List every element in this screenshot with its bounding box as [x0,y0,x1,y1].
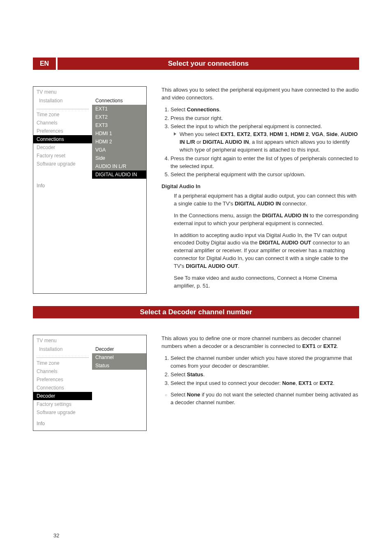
menu-left-item: Factory settings [33,400,92,408]
menu-left-item: Decoder [33,143,92,152]
menu-right-item [92,392,146,399]
menu-right-item: EXT3 [92,121,146,129]
step-3: Select the input to which the peripheral… [171,123,359,154]
intro-text: This allows you to select the peripheral… [161,86,359,102]
menu-left-header: Installation [33,345,92,353]
divider [37,105,89,109]
steps-list: Select the channel number under which yo… [161,355,359,387]
menu-right-item: HDMI 1 [92,129,146,138]
menu-right-item: Status [92,362,146,370]
menu-right-item: AUDIO IN L/R [92,162,146,170]
divider [37,353,89,358]
tv-menu-connections: TV menu Installation Time zoneChannelsPr… [33,86,147,294]
content-row-decoder: TV menu Installation Time zoneChannelsPr… [33,335,359,431]
menu-left-item: Connections [33,384,92,392]
menu-right-item [92,385,146,392]
dig-p3: In addition to accepting audio input via… [174,232,359,270]
section-title-decoder: Select a Decoder channel number [33,306,359,318]
menu-info: Info [33,179,146,193]
menu-right-header: Decoder [92,345,146,353]
menu-title: TV menu [33,87,146,97]
menu-left-item: Preferences [33,375,92,384]
menu-right-item [92,377,146,385]
page-title: Select your connections [58,58,359,70]
menu-left-item: Software upgrade [33,408,92,417]
menu-right-item: DIGITAL AUDIO IN [92,170,146,179]
dig-p4: See To make video and audio connections,… [174,274,359,290]
step-3-sub: When you select EXT1, EXT2, EXT3, HDMI 1… [171,131,359,154]
step-2: Select Status. [171,371,359,379]
menu-right-item: Side [92,154,146,162]
steps-list: Select Connections. Press the cursor rig… [161,106,359,179]
step-2: Press the cursor right. [171,115,359,122]
dig-p1: If a peripheral equipment has a digital … [174,192,359,208]
menu-info: Info [33,417,146,431]
note: Select None if you do not want the selec… [161,391,359,407]
menu-left-item: Software upgrade [33,160,92,168]
menu-right-item [92,399,146,407]
page-number: 32 [53,532,59,539]
menu-right-item: VGA [92,146,146,154]
header-bar: EN Select your connections [33,58,359,70]
menu-left-item: Channels [33,367,92,375]
menu-right-item [92,370,146,377]
menu-left-item: Decoder [33,392,92,400]
menu-left-item: Channels [33,119,92,127]
menu-right-header: Connections [92,97,146,105]
menu-right-item: EXT2 [92,113,146,121]
content-row-connections: TV menu Installation Time zoneChannelsPr… [33,86,359,294]
menu-right-item: HDMI 2 [92,138,146,146]
connections-text: This allows you to select the peripheral… [161,86,359,294]
step-1: Select Connections. [171,106,359,114]
digital-audio-title: Digital Audio In [161,183,359,191]
menu-left-item: Connections [33,135,92,143]
dig-p2: In the Connections menu, assign the DIGI… [174,212,359,228]
menu-title: TV menu [33,335,146,345]
menu-left-item: Factory reset [33,152,92,160]
menu-left-header: Installation [33,97,92,105]
step-4: Press the cursor right again to enter th… [171,155,359,170]
decoder-text: This allows you to define one or more ch… [161,335,359,431]
language-chip: EN [33,58,56,70]
step-5: Select the peripheral equipment with the… [171,171,359,179]
menu-left-item: Preferences [33,127,92,135]
menu-right-item: Channel [92,353,146,362]
intro-text: This allows you to define one or more ch… [161,335,359,350]
tv-menu-decoder: TV menu Installation Time zoneChannelsPr… [33,335,147,431]
step-3: Select the input used to connect your de… [171,380,359,387]
menu-right-item: EXT1 [92,105,146,113]
step-1: Select the channel number under which yo… [171,355,359,370]
menu-left-item: Time zone [33,359,92,367]
menu-left-item: Time zone [33,111,92,119]
